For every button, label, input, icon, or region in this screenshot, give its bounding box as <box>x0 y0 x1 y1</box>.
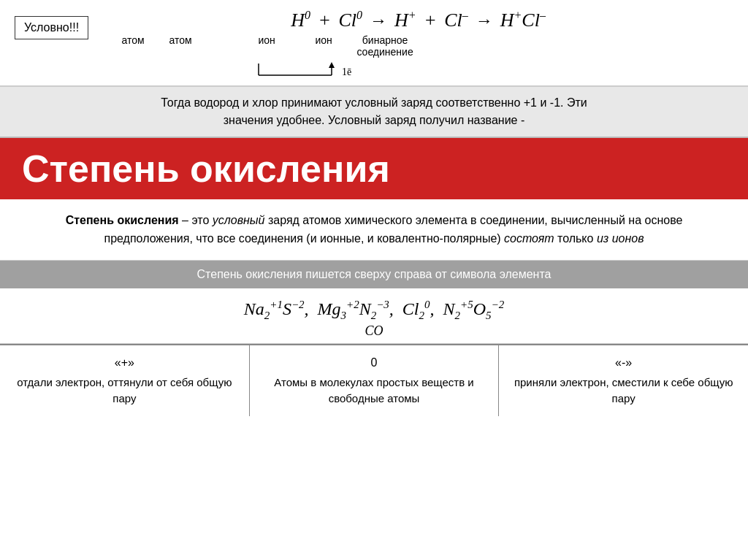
label-binary: бинарное соединение <box>348 34 421 58</box>
formula-line1: Na2+1S−2, Mg3+2N2−3, Cl20, N2+5O5−2 <box>15 299 733 322</box>
col-zero-body: Атомы в молекулах простых веществ и своб… <box>262 375 487 407</box>
plus2: + <box>419 9 442 31</box>
table-col-plus: «+» отдали электрон, оттянули от себя об… <box>0 345 250 416</box>
col-plus-body: отдали электрон, оттянули от себя общую … <box>12 375 237 407</box>
table-col-minus: «-» приняли электрон, сместили к себе об… <box>499 345 748 416</box>
hplus: H+ <box>394 9 416 31</box>
formula-examples-section: Na2+1S−2, Mg3+2N2−3, Cl20, N2+5O5−2 CO <box>0 288 748 344</box>
table-section: «+» отдали электрон, оттянули от себя об… <box>0 344 748 416</box>
plus1: + <box>313 9 336 31</box>
col-plus-header: «+» <box>12 354 237 372</box>
page-title: Степень окисления <box>22 147 726 191</box>
electron-arrow-svg <box>251 59 339 80</box>
def-rest3: только <box>554 232 597 245</box>
svg-marker-3 <box>329 62 335 68</box>
top-section: Условно!!! H0 + Cl0 → H+ + Cl– → H+Cl– а… <box>0 0 748 87</box>
label-atom1: атом <box>110 34 156 58</box>
col-minus-header: «-» <box>511 354 736 372</box>
definition-section: Степень окисления – это условный заряд а… <box>0 199 748 261</box>
def-rest1: – это <box>179 214 213 226</box>
formula-co: CO <box>15 323 733 339</box>
label-ion2: ион <box>299 34 348 58</box>
label-atom2: атом <box>156 34 205 58</box>
formula-area: H0 + Cl0 → H+ + Cl– → H+Cl– атом атом ио… <box>110 9 726 80</box>
electron-label: 1ē <box>342 66 351 78</box>
info-text1: Тогда водород и хлор принимают условный … <box>22 94 726 112</box>
def-italic2: состоят <box>504 232 554 245</box>
info-text2: значения удобнее. Условный заряд получил… <box>22 112 726 129</box>
def-italic3: из ионов <box>597 232 644 245</box>
arrow1: → <box>365 11 392 31</box>
hpluscl: H+Cl– <box>500 9 546 31</box>
def-italic1: условный <box>213 214 265 226</box>
arrow2: → <box>471 11 497 31</box>
col-zero-header: 0 <box>262 354 487 372</box>
info-section: Тогда водород и хлор принимают условный … <box>0 87 748 138</box>
h0: H0 <box>291 9 310 31</box>
conditional-box: Условно!!! <box>15 16 88 39</box>
cl0: Cl0 <box>338 9 362 31</box>
col-minus-body: приняли электрон, сместили к себе общую … <box>511 375 736 407</box>
title-section: Степень окисления <box>0 138 748 199</box>
main-formula: H0 + Cl0 → H+ + Cl– → H+Cl– <box>291 9 546 31</box>
rule-section: Степень окисления пишется сверху справа … <box>0 261 748 288</box>
clminus: Cl– <box>444 9 468 31</box>
def-bold: Степень окисления <box>66 214 179 226</box>
label-ion1: ион <box>234 34 299 58</box>
rule-text: Степень окисления пишется сверху справа … <box>197 268 552 280</box>
table-col-zero: 0 Атомы в молекулах простых веществ и св… <box>250 345 500 416</box>
